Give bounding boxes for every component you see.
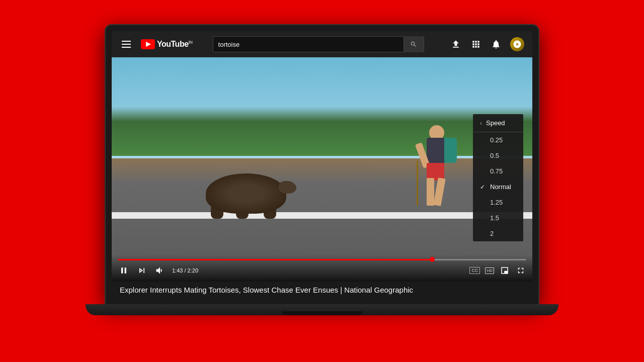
right-controls: CC HD: [469, 265, 526, 276]
search-icon: [410, 41, 417, 48]
upload-icon: [451, 39, 461, 49]
speed-option-025[interactable]: 0.25: [473, 132, 523, 148]
youtube-app: YouTubeIN: [112, 31, 532, 298]
search-bar: [213, 36, 424, 52]
search-button[interactable]: [404, 36, 424, 52]
speed-option-normal[interactable]: ✓ Normal: [473, 179, 523, 195]
speed-menu: ‹ Speed 0.25 0.5 0.75: [473, 114, 523, 241]
speed-option-05[interactable]: 0.5: [473, 148, 523, 163]
search-input[interactable]: [213, 41, 404, 48]
miniplayer-button[interactable]: [499, 265, 510, 276]
tortoise-body: [206, 173, 286, 214]
laptop-shell: YouTubeIN: [86, 25, 558, 337]
pause-button[interactable]: [118, 264, 130, 277]
back-chevron-icon: ‹: [480, 120, 482, 127]
speed-option-075[interactable]: 0.75: [473, 163, 523, 179]
tortoise-head: [279, 181, 296, 194]
tortoise-figure: [196, 153, 296, 219]
video-scene: [112, 57, 532, 282]
grid-icon: [471, 39, 481, 49]
laptop-screen: YouTubeIN: [106, 25, 538, 304]
speed-option-2[interactable]: 2: [473, 226, 523, 241]
hd-badge: HD: [485, 267, 494, 274]
speed-option-125[interactable]: 1.25: [473, 195, 523, 210]
youtube-logo[interactable]: YouTubeIN: [141, 39, 193, 49]
video-controls: 1:43 / 2:20 CC HD: [112, 255, 532, 282]
avatar-icon: [513, 40, 522, 49]
bell-icon: [491, 39, 501, 49]
video-title: Explorer Interrupts Mating Tortoises, Sl…: [120, 286, 524, 294]
notifications-button[interactable]: [490, 38, 502, 50]
account-avatar[interactable]: [510, 37, 524, 51]
fullscreen-button[interactable]: [515, 265, 526, 276]
video-player[interactable]: ‹ Speed 0.25 0.5 0.75: [112, 57, 532, 282]
screen-content: YouTubeIN: [112, 31, 532, 298]
speed-menu-header[interactable]: ‹ Speed: [473, 114, 523, 132]
next-icon: [137, 265, 147, 276]
progress-fill: [118, 259, 432, 260]
person-leg2: [433, 177, 445, 206]
person-leg1: [427, 178, 434, 206]
menu-button[interactable]: [120, 39, 133, 50]
miniplayer-icon: [500, 266, 509, 275]
laptop-base: [86, 304, 558, 315]
speed-normal-label: Normal: [490, 183, 511, 191]
youtube-header: YouTubeIN: [112, 31, 532, 57]
pause-icon: [119, 265, 129, 276]
speed-menu-title: Speed: [486, 119, 505, 127]
controls-row: 1:43 / 2:20 CC HD: [118, 264, 526, 277]
header-icons: [450, 37, 524, 51]
volume-icon: [155, 265, 165, 276]
youtube-logo-icon: [141, 39, 155, 49]
person-figure: [417, 125, 457, 226]
volume-button[interactable]: [154, 264, 166, 277]
person-body: [427, 138, 444, 165]
apps-button[interactable]: [470, 38, 482, 50]
next-button[interactable]: [136, 264, 148, 277]
time-display: 1:43 / 2:20: [172, 267, 198, 274]
scene-line: [112, 212, 532, 219]
cc-badge[interactable]: CC: [469, 267, 480, 274]
progress-bar[interactable]: [118, 259, 526, 260]
scene-trees: [112, 107, 532, 156]
upload-button[interactable]: [450, 38, 462, 50]
video-info: Explorer Interrupts Mating Tortoises, Sl…: [112, 282, 532, 298]
fullscreen-icon: [516, 266, 525, 275]
speed-option-15[interactable]: 1.5: [473, 210, 523, 226]
youtube-logo-text: YouTubeIN: [157, 40, 193, 49]
person-stick: [417, 160, 418, 206]
